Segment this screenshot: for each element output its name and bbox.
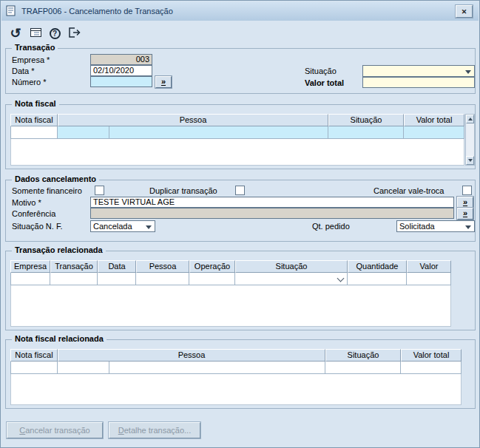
app-window: TRAFP006 - Cancelamento de Transação ✕ ↺… — [0, 0, 480, 448]
window-title: TRAFP006 - Cancelamento de Transação — [21, 7, 173, 16]
exit-button[interactable] — [64, 24, 84, 43]
grid-cell[interactable] — [325, 362, 401, 374]
empresa-label: Empresa * — [12, 55, 50, 64]
help-icon: ? — [50, 28, 61, 39]
column-header-valor-total[interactable]: Valor total — [401, 349, 462, 362]
help-glyph: ? — [53, 30, 57, 38]
motivo-label: Motivo * — [12, 198, 41, 207]
somente-financeiro-checkbox[interactable] — [95, 186, 104, 195]
undo-button[interactable]: ↺ — [6, 24, 25, 43]
group-nota-fiscal-legend: Nota fiscal — [12, 99, 59, 108]
grid-cell[interactable] — [407, 273, 451, 285]
qt-pedido-combo[interactable]: Solicitada — [396, 220, 475, 232]
arrow-down-icon — [468, 159, 473, 162]
somente-financeiro-label: Somente financeiro — [12, 186, 82, 195]
duplicar-transacao-label: Duplicar transação — [149, 186, 217, 195]
close-button[interactable]: ✕ — [456, 5, 473, 18]
chevron-down-icon — [146, 225, 152, 229]
situacao-nf-combo[interactable]: Cancelada — [90, 220, 155, 232]
cancelar-vale-troca-checkbox[interactable] — [462, 186, 472, 195]
nota-fiscal-relacionada-grid-header: Nota fiscal Pessoa Situação Valor total — [10, 349, 462, 362]
calendar-button[interactable] — [27, 24, 46, 43]
chevron-down-icon — [465, 225, 471, 229]
cancelar-transacao-button[interactable]: Cancelar transação — [7, 422, 103, 438]
grid-cell[interactable] — [401, 362, 462, 374]
close-icon: ✕ — [462, 8, 467, 16]
column-header-nota-fiscal[interactable]: Nota fiscal — [10, 114, 58, 126]
valor-total-label: Valor total — [305, 78, 344, 87]
data-label: Data * — [12, 67, 35, 75]
grid-cell[interactable] — [58, 126, 109, 139]
grid-cell[interactable] — [136, 273, 189, 285]
grid-cell[interactable] — [10, 362, 58, 374]
help-button[interactable]: ? — [45, 24, 64, 43]
qt-pedido-combo-value: Solicitada — [399, 222, 435, 231]
column-header-quantidade[interactable]: Quantidade — [348, 260, 407, 273]
empresa-field[interactable]: 003 — [90, 54, 152, 65]
window-icon — [6, 5, 17, 17]
group-dados-cancelamento-legend: Dados cancelamento — [12, 174, 99, 183]
grid-cell[interactable] — [10, 126, 58, 139]
numero-field[interactable] — [90, 76, 152, 87]
column-header-data[interactable]: Data — [98, 260, 136, 273]
situacao-nf-label: Situação N. F. — [12, 222, 62, 231]
column-header-pessoa[interactable]: Pessoa — [58, 114, 328, 126]
column-header-empresa[interactable]: Empresa — [10, 260, 50, 273]
scroll-up-button[interactable] — [466, 115, 474, 123]
transacao-relacionada-grid-row[interactable] — [10, 273, 451, 285]
column-header-situacao[interactable]: Situação — [325, 349, 401, 362]
grid-cell[interactable] — [404, 126, 464, 139]
calendar-icon — [30, 27, 43, 40]
numero-label: Número * — [12, 78, 46, 86]
group-transacao: Transação Empresa * 003 Data * 02/10/202… — [5, 48, 476, 94]
situacao-combo[interactable] — [362, 65, 475, 77]
vertical-scrollbar[interactable] — [465, 114, 475, 166]
motivo-lookup-button[interactable]: » — [457, 197, 473, 208]
grid-cell[interactable] — [109, 362, 325, 374]
scroll-down-button[interactable] — [466, 156, 474, 165]
grid-cell-situacao-combo[interactable] — [235, 273, 348, 285]
column-header-valor[interactable]: Valor — [407, 260, 451, 273]
conferencia-label: Conferência — [12, 209, 55, 218]
group-nota-fiscal-relacionada: Nota fiscal relacionada Nota fiscal Pess… — [5, 339, 476, 409]
grid-cell[interactable] — [98, 273, 136, 285]
nota-fiscal-grid-header: Nota fiscal Pessoa Situação Valor total — [10, 114, 464, 126]
grid-cell[interactable] — [189, 273, 235, 285]
column-header-transacao[interactable]: Transação — [50, 260, 98, 273]
conferencia-field[interactable] — [90, 208, 454, 219]
column-header-pessoa[interactable]: Pessoa — [58, 349, 325, 362]
grid-cell[interactable] — [109, 126, 328, 139]
situacao-label: Situação — [305, 67, 337, 75]
column-header-operacao[interactable]: Operação — [189, 260, 235, 273]
cancelar-vale-troca-label: Cancelar vale-troca — [373, 186, 444, 195]
grid-cell[interactable] — [328, 126, 404, 139]
conferencia-lookup-button[interactable]: » — [457, 208, 473, 220]
column-header-situacao[interactable]: Situação — [235, 260, 348, 273]
grid-cell[interactable] — [58, 362, 109, 374]
group-transacao-legend: Transação — [12, 43, 58, 52]
duplicar-transacao-checkbox[interactable] — [235, 186, 245, 195]
chevron-down-icon — [465, 70, 471, 74]
grid-cell[interactable] — [10, 273, 50, 285]
column-header-pessoa[interactable]: Pessoa — [136, 260, 189, 273]
grid-cell[interactable] — [348, 273, 407, 285]
undo-icon: ↺ — [10, 27, 21, 40]
group-nota-fiscal-relacionada-legend: Nota fiscal relacionada — [12, 334, 107, 343]
grid-cell[interactable] — [50, 273, 98, 285]
column-header-valor-total[interactable]: Valor total — [404, 114, 464, 126]
titlebar: TRAFP006 - Cancelamento de Transação — [1, 1, 479, 21]
numero-lookup-button[interactable]: » — [155, 76, 172, 88]
motivo-field[interactable]: TESTE VIRTUAL AGE — [90, 197, 454, 208]
column-header-nota-fiscal[interactable]: Nota fiscal — [10, 349, 58, 362]
column-header-situacao[interactable]: Situação — [328, 114, 404, 126]
exit-icon — [67, 27, 81, 40]
valor-total-field[interactable] — [362, 77, 475, 88]
data-field[interactable]: 02/10/2020 — [90, 65, 152, 76]
nota-fiscal-grid-row[interactable] — [10, 126, 464, 139]
detalhe-transacao-button[interactable]: Detalhe transação... — [109, 422, 200, 438]
nota-fiscal-relacionada-grid-row[interactable] — [10, 362, 462, 374]
arrow-up-icon — [468, 118, 473, 121]
transacao-relacionada-grid-header: Empresa Transação Data Pessoa Operação S… — [10, 260, 451, 273]
group-transacao-relacionada: Transação relacionada Empresa Transação … — [5, 251, 476, 330]
situacao-nf-combo-value: Cancelada — [93, 222, 132, 231]
